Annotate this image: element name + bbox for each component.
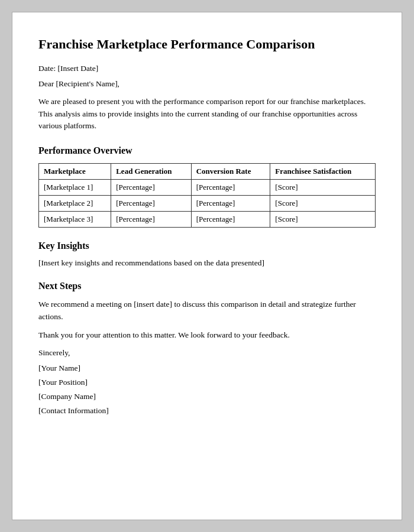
next-steps-heading: Next Steps [38,281,376,291]
signature-position: [Your Position] [38,378,376,387]
table-cell: [Percentage] [191,196,270,212]
table-cell: [Percentage] [111,212,191,228]
document-date: Date: [Insert Date] [38,64,376,73]
table-cell: [Score] [270,212,376,228]
col-header-satisfaction: Franchisee Satisfaction [270,164,376,180]
col-header-conversion: Conversion Rate [191,164,270,180]
next-steps-para1: We recommend a meeting on [insert date] … [38,299,376,323]
col-header-marketplace: Marketplace [39,164,111,180]
table-cell: [Percentage] [111,196,191,212]
closing-signoff: Sincerely, [38,348,376,358]
table-cell: [Marketplace 3] [39,212,111,228]
table-cell: [Marketplace 1] [39,180,111,196]
table-row: [Marketplace 2][Percentage][Percentage][… [39,196,376,212]
document-salutation: Dear [Recipient's Name], [38,79,376,89]
table-cell: [Score] [270,180,376,196]
performance-overview-heading: Performance Overview [38,145,376,156]
key-insights-text: [Insert key insights and recommendations… [38,258,376,268]
table-row: [Marketplace 1][Percentage][Percentage][… [39,180,376,196]
table-row: [Marketplace 3][Percentage][Percentage][… [39,212,376,228]
table-cell: [Score] [270,196,376,212]
performance-table: Marketplace Lead Generation Conversion R… [38,163,376,228]
table-cell: [Percentage] [191,180,270,196]
key-insights-heading: Key Insights [38,241,376,251]
signature-company: [Company Name] [38,392,376,401]
signature-contact: [Contact Information] [38,406,376,416]
document-intro: We are pleased to present you with the p… [38,96,376,133]
table-cell: [Percentage] [111,180,191,196]
thank-you-para: Thank you for your attention to this mat… [38,330,376,340]
table-header-row: Marketplace Lead Generation Conversion R… [39,164,376,180]
document-title: Franchise Marketplace Performance Compar… [38,36,376,53]
table-cell: [Percentage] [191,212,270,228]
document-container: Franchise Marketplace Performance Compar… [12,12,402,520]
col-header-lead-gen: Lead Generation [111,164,191,180]
table-cell: [Marketplace 2] [39,196,111,212]
signature-name: [Your Name] [38,364,376,373]
